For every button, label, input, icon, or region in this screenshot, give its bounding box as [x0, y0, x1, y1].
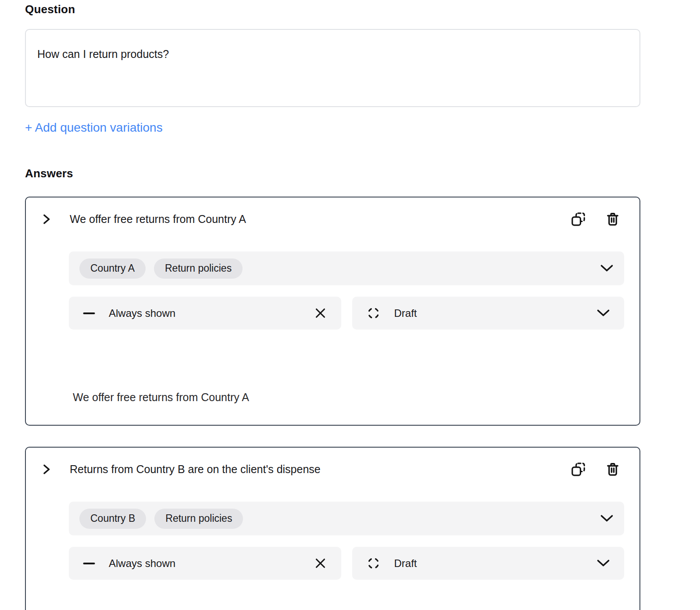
minus-icon	[83, 307, 95, 319]
visibility-label: Always shown	[109, 307, 175, 319]
chevron-right-icon[interactable]	[42, 213, 51, 225]
answer-controls-row: Always shown Draft	[69, 297, 624, 330]
status-label: Draft	[394, 307, 417, 319]
chevron-down-icon[interactable]	[596, 309, 610, 317]
answer-card-header: We offer free returns from Country A	[26, 197, 639, 230]
dashed-circle-icon	[366, 556, 381, 571]
answer-card: Returns from Country B are on the client…	[25, 447, 640, 610]
dashed-circle-icon	[366, 306, 381, 320]
answer-card: We offer free returns from Country A	[25, 197, 640, 426]
faq-editor-page: Question + Add question variations Answe…	[0, 0, 700, 610]
tags-select[interactable]: Country A Return policies	[69, 251, 624, 285]
visibility-label: Always shown	[109, 557, 175, 570]
visibility-control[interactable]: Always shown	[69, 547, 341, 580]
status-label: Draft	[394, 557, 417, 570]
tag-pill[interactable]: Country B	[79, 509, 146, 529]
chevron-down-icon[interactable]	[600, 264, 614, 273]
answers-label: Answers	[25, 167, 640, 180]
visibility-control[interactable]: Always shown	[69, 297, 341, 330]
status-select[interactable]: Draft	[352, 547, 625, 580]
answer-actions	[571, 212, 620, 227]
question-label: Question	[25, 3, 640, 16]
chevron-down-icon[interactable]	[596, 559, 610, 567]
trash-icon[interactable]	[605, 462, 620, 477]
duplicate-icon[interactable]	[571, 462, 586, 477]
answers-list: We offer free returns from Country A	[25, 197, 640, 610]
answer-title: We offer free returns from Country A	[70, 213, 246, 226]
status-select[interactable]: Draft	[352, 297, 625, 330]
trash-icon[interactable]	[605, 212, 620, 227]
tag-pill[interactable]: Country A	[79, 258, 146, 279]
add-question-variations-link[interactable]: + Add question variations	[25, 121, 163, 135]
close-icon[interactable]	[314, 556, 327, 570]
answer-controls-row: Always shown Draft	[69, 547, 624, 580]
chevron-right-icon[interactable]	[42, 463, 51, 475]
answer-body-text: We offer free returns from Country A	[73, 391, 624, 425]
minus-icon	[83, 557, 95, 570]
answer-card-header: Returns from Country B are on the client…	[26, 448, 639, 480]
duplicate-icon[interactable]	[571, 212, 586, 227]
close-icon[interactable]	[314, 306, 327, 320]
tag-pill[interactable]: Return policies	[154, 258, 243, 279]
chevron-down-icon[interactable]	[600, 514, 614, 523]
tags-select[interactable]: Country B Return policies	[69, 502, 624, 535]
answer-title: Returns from Country B are on the client…	[70, 463, 321, 476]
answer-actions	[571, 462, 620, 477]
tag-pill[interactable]: Return policies	[154, 509, 243, 529]
question-input[interactable]	[25, 29, 640, 107]
